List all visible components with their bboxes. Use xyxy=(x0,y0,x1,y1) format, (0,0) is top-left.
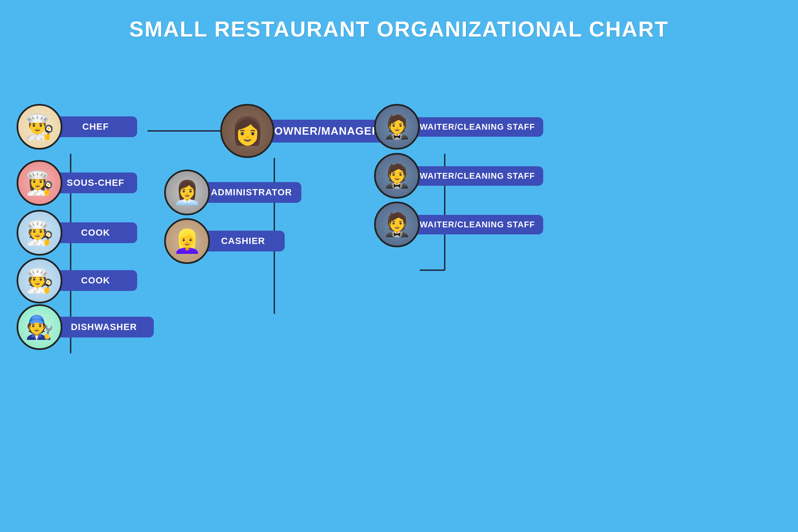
souschef-avatar: 👩‍🍳 xyxy=(17,160,62,206)
waiter3-avatar: 🤵 xyxy=(374,202,420,247)
cashier-node: 👱‍♀️ CASHIER xyxy=(164,218,285,264)
cook2-label: COOK xyxy=(54,270,137,291)
owner-avatar: 👩 xyxy=(220,104,274,158)
cook2-node: 🧑‍🍳 COOK xyxy=(17,258,137,303)
cook2-avatar: 🧑‍🍳 xyxy=(17,258,62,303)
page-title: SMALL RESTAURANT ORGANIZATIONAL CHART xyxy=(0,0,798,42)
souschef-label: SOUS-CHEF xyxy=(54,172,137,193)
chef-label: CHEF xyxy=(54,116,137,137)
waiter1-avatar: 🤵 xyxy=(374,104,420,150)
cook1-label: COOK xyxy=(54,222,137,243)
owner-node: 👩 OWNER/MANAGER xyxy=(220,104,388,158)
owner-label: OWNER/MANAGER xyxy=(266,120,388,143)
waiter2-avatar: 🤵 xyxy=(374,153,420,199)
cook1-node: 🧑‍🍳 COOK xyxy=(17,210,137,256)
waiter2-node: 🤵 WAITER/CLEANING STAFF xyxy=(374,153,543,199)
dishwasher-label: DISHWASHER xyxy=(54,317,154,337)
waiter3-node: 🤵 WAITER/CLEANING STAFF xyxy=(374,202,543,247)
administrator-node: 👩‍💼 ADMINISTRATOR xyxy=(164,170,301,215)
administrator-label: ADMINISTRATOR xyxy=(202,182,301,203)
chef-node: 👨‍🍳 CHEF xyxy=(17,104,137,150)
cashier-avatar: 👱‍♀️ xyxy=(164,218,210,264)
waiter1-label: WAITER/CLEANING STAFF xyxy=(411,117,543,137)
waiter1-node: 🤵 WAITER/CLEANING STAFF xyxy=(374,104,543,150)
org-chart: 👩 OWNER/MANAGER 👨‍🍳 CHEF 👩‍🍳 SOUS-CHEF 🧑… xyxy=(0,50,798,532)
souschef-node: 👩‍🍳 SOUS-CHEF xyxy=(17,160,137,206)
administrator-avatar: 👩‍💼 xyxy=(164,170,210,215)
cashier-label: CASHIER xyxy=(202,231,285,251)
waiter3-label: WAITER/CLEANING STAFF xyxy=(411,215,543,234)
waiter2-label: WAITER/CLEANING STAFF xyxy=(411,166,543,186)
cook1-avatar: 🧑‍🍳 xyxy=(17,210,62,256)
dishwasher-avatar: 🧑‍🔧 xyxy=(17,304,62,350)
dishwasher-node: 🧑‍🔧 DISHWASHER xyxy=(17,304,154,350)
chef-avatar: 👨‍🍳 xyxy=(17,104,62,150)
